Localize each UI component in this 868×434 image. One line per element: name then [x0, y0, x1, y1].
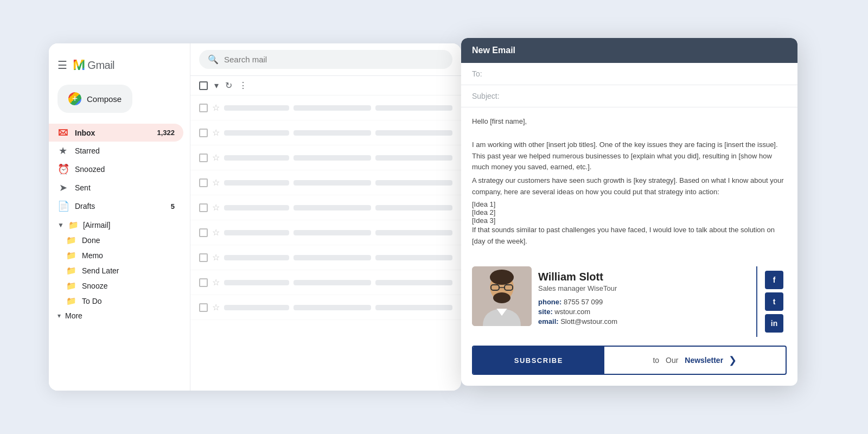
row-star-icon[interactable]: ☆: [212, 202, 220, 213]
gmail-m-logo: M: [73, 56, 85, 74]
signature-site: site: wstour.com: [538, 308, 745, 316]
subscribe-arrow-icon: ❯: [729, 354, 737, 366]
compose-window-title: New Email: [472, 46, 515, 55]
facebook-button[interactable]: f: [765, 271, 783, 289]
signature-divider: [756, 266, 757, 337]
row-date-bar: [375, 255, 453, 260]
compose-plus-icon: +: [68, 92, 81, 105]
site-label: site:: [538, 308, 553, 316]
row-sender-bar: [224, 205, 289, 210]
compose-window: New Email To: Subject: Hello [first name…: [461, 38, 797, 386]
send-later-label: Send Later: [82, 266, 119, 275]
row-content: [224, 155, 452, 161]
gmail-text-logo: Gmail: [87, 59, 114, 72]
table-row[interactable]: ☆: [190, 120, 461, 145]
twitter-button[interactable]: t: [765, 292, 783, 311]
inbox-badge: 1,322: [157, 129, 175, 137]
folder-item-send-later[interactable]: 📁 Send Later: [49, 263, 190, 278]
row-star-icon[interactable]: ☆: [212, 302, 220, 312]
row-star-icon[interactable]: ☆: [212, 127, 220, 138]
compose-subject-field[interactable]: Subject:: [461, 85, 797, 107]
row-star-icon[interactable]: ☆: [212, 277, 220, 288]
row-sender-bar: [224, 105, 289, 111]
select-all-checkbox[interactable]: [199, 81, 208, 90]
row-checkbox[interactable]: [199, 253, 208, 262]
row-date-bar: [375, 180, 453, 186]
row-checkbox[interactable]: [199, 129, 208, 137]
subscribe-banner[interactable]: SUBSCRIBE to Our Newsletter ❯: [472, 346, 787, 375]
body-greeting: Hello [first name],: [472, 116, 787, 127]
table-row[interactable]: ☆: [190, 295, 461, 320]
more-chevron-icon: ▾: [58, 312, 61, 320]
row-checkbox[interactable]: [199, 178, 208, 187]
search-input[interactable]: [224, 55, 444, 64]
table-row[interactable]: ☆: [190, 220, 461, 245]
compose-button[interactable]: + Compose: [58, 85, 132, 113]
subscribe-button[interactable]: SUBSCRIBE: [473, 347, 604, 374]
row-date-bar: [375, 230, 453, 235]
folder-item-done[interactable]: 📁 Done: [49, 233, 190, 248]
row-sender-bar: [224, 155, 289, 161]
row-date-bar: [375, 105, 453, 111]
row-checkbox[interactable]: [199, 203, 208, 212]
table-row[interactable]: ☆: [190, 95, 461, 120]
phone-value: 8755 57 099: [564, 298, 603, 306]
search-bar[interactable]: 🔍: [199, 50, 452, 69]
folder-item-memo[interactable]: 📁 Memo: [49, 248, 190, 263]
row-subject-bar: [293, 280, 371, 285]
row-star-icon[interactable]: ☆: [212, 252, 220, 263]
subscribe-our: Our: [666, 356, 678, 365]
row-checkbox[interactable]: [199, 228, 208, 237]
select-dropdown-icon[interactable]: ▾: [214, 80, 219, 91]
sidebar-item-drafts[interactable]: 📄 Drafts 5: [49, 197, 183, 215]
compose-to-field[interactable]: To:: [461, 63, 797, 85]
sidebar-item-sent[interactable]: ➤ Sent: [49, 178, 183, 197]
linkedin-icon: in: [771, 319, 777, 328]
table-row[interactable]: ☆: [190, 170, 461, 195]
drafts-icon: 📄: [58, 200, 68, 212]
airmail-section: ▼ 📁 [Airmail] 📁 Done 📁 Memo 📁 Send Later…: [49, 215, 190, 309]
svg-point-3: [493, 292, 510, 303]
email-list-toolbar: 🔍: [190, 43, 461, 76]
row-sender-bar: [224, 130, 289, 136]
row-star-icon[interactable]: ☆: [212, 177, 220, 188]
row-content: [224, 305, 452, 310]
drafts-label: Drafts: [75, 202, 95, 210]
row-subject-bar: [293, 180, 371, 186]
airmail-parent[interactable]: ▼ 📁 [Airmail]: [49, 218, 190, 233]
folder-item-todo[interactable]: 📁 To Do: [49, 293, 190, 309]
row-checkbox[interactable]: [199, 303, 208, 312]
table-row[interactable]: ☆: [190, 245, 461, 270]
folder-item-snooze[interactable]: 📁 Snooze: [49, 278, 190, 293]
signature-phone: phone: 8755 57 099: [538, 298, 745, 306]
more-item[interactable]: ▾ More: [49, 309, 190, 323]
linkedin-button[interactable]: in: [765, 314, 783, 333]
row-content: [224, 205, 452, 210]
more-options-icon[interactable]: ⋮: [239, 80, 247, 91]
hamburger-icon[interactable]: ☰: [58, 59, 67, 72]
row-date-bar: [375, 130, 453, 136]
row-star-icon[interactable]: ☆: [212, 152, 220, 163]
row-star-icon[interactable]: ☆: [212, 103, 220, 113]
table-row[interactable]: ☆: [190, 195, 461, 220]
row-subject-bar: [293, 205, 371, 210]
row-checkbox[interactable]: [199, 104, 208, 112]
sidebar-item-starred[interactable]: ★ Starred: [49, 142, 183, 160]
row-checkbox[interactable]: [199, 278, 208, 287]
sidebar-item-inbox[interactable]: 🖂 Inbox 1,322: [49, 124, 183, 142]
social-links: f t in: [762, 266, 787, 337]
row-sender-bar: [224, 230, 289, 235]
table-row[interactable]: ☆: [190, 145, 461, 170]
signature-name: William Slott: [538, 271, 745, 283]
row-checkbox[interactable]: [199, 154, 208, 162]
to-label: To:: [472, 69, 482, 78]
snooze-label: Snooze: [82, 282, 107, 290]
body-paragraph2: A strategy our customers have seen such …: [472, 175, 787, 198]
sidebar-item-snoozed[interactable]: ⏰ Snoozed: [49, 160, 183, 178]
table-row[interactable]: ☆: [190, 270, 461, 295]
refresh-icon[interactable]: ↻: [225, 80, 232, 91]
snooze-icon: ⏰: [58, 163, 68, 175]
row-star-icon[interactable]: ☆: [212, 227, 220, 238]
row-subject-bar: [293, 255, 371, 260]
facebook-icon: f: [773, 276, 776, 284]
